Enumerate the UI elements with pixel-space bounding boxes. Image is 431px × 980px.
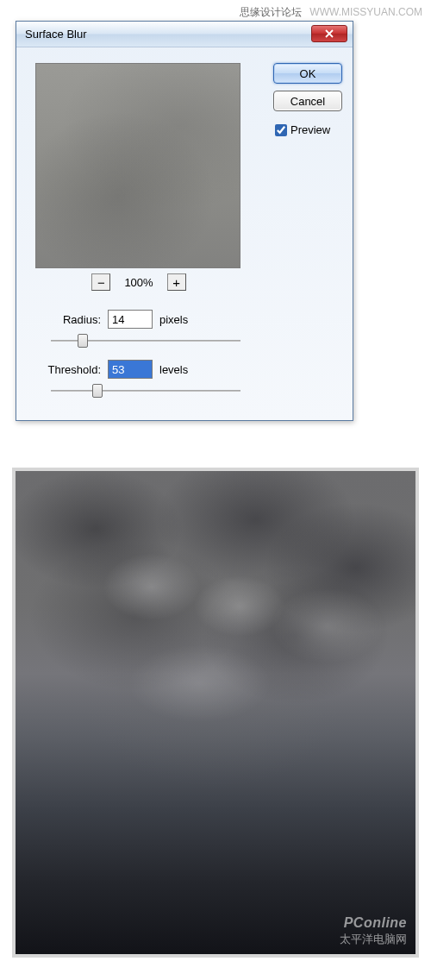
plus-icon: + (172, 276, 180, 289)
preview-image (36, 64, 240, 267)
zoom-out-button[interactable]: − (91, 273, 110, 291)
radius-row: Radius: pixels (35, 310, 242, 329)
zoom-percent: 100% (124, 276, 153, 289)
zoom-controls: − 100% + (35, 273, 242, 291)
threshold-slider-thumb[interactable] (92, 384, 103, 398)
params: Radius: pixels Threshold: levels (35, 310, 242, 398)
dialog-title: Surface Blur (25, 28, 87, 41)
zoom-in-button[interactable]: + (167, 273, 186, 291)
result-image: PConline 太平洋电脑网 (12, 468, 419, 958)
surface-blur-dialog: Surface Blur − 100% + Radiu (16, 21, 353, 421)
ok-button[interactable]: OK (273, 63, 342, 84)
radius-unit: pixels (159, 313, 188, 326)
watermark-sub: 太平洋电脑网 (340, 933, 407, 947)
titlebar[interactable]: Surface Blur (16, 22, 353, 47)
preview-frame[interactable] (35, 63, 240, 268)
threshold-slider[interactable] (51, 384, 240, 398)
threshold-label: Threshold: (35, 363, 101, 376)
preview-label: Preview (290, 123, 330, 136)
button-column: OK Cancel Preview (273, 63, 342, 136)
cancel-button[interactable]: Cancel (273, 91, 342, 111)
radius-input[interactable] (108, 310, 153, 329)
threshold-row: Threshold: levels (35, 360, 242, 379)
slider-line (51, 390, 240, 392)
threshold-unit: levels (159, 363, 188, 376)
watermark-url: WWW.MISSYUAN.COM (309, 6, 422, 18)
watermark-cn: 思缘设计论坛 (240, 6, 302, 18)
preview-toggle[interactable]: Preview (273, 123, 342, 136)
result-watermark: PConline 太平洋电脑网 (340, 914, 407, 947)
dialog-body: − 100% + Radius: pixels Thresho (16, 47, 353, 420)
page-watermark: 思缘设计论坛 WWW.MISSYUAN.COM (240, 5, 422, 20)
radius-slider[interactable] (51, 334, 240, 348)
threshold-input[interactable] (108, 360, 153, 379)
preview-checkbox[interactable] (275, 124, 287, 136)
radius-slider-thumb[interactable] (78, 334, 88, 348)
close-icon (325, 29, 334, 38)
close-button[interactable] (311, 25, 347, 42)
cloud-highlights (16, 471, 415, 954)
watermark-brand: PConline (340, 914, 407, 933)
radius-label: Radius: (35, 313, 101, 326)
left-column: − 100% + Radius: pixels Thresho (35, 63, 242, 411)
minus-icon: − (97, 276, 105, 289)
